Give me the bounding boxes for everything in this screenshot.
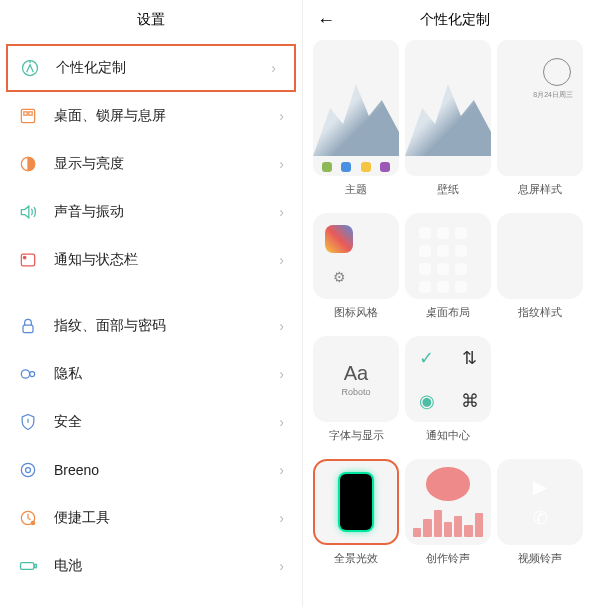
layout-preview: [405, 213, 491, 299]
chevron-right-icon: ›: [279, 462, 284, 478]
tile-label: 息屏样式: [518, 182, 562, 197]
tile-wallpaper[interactable]: 壁纸: [405, 40, 491, 197]
item-breeno[interactable]: Breeno ›: [0, 446, 302, 494]
tile-label: 壁纸: [437, 182, 459, 197]
item-sound[interactable]: 声音与振动 ›: [0, 188, 302, 236]
item-label: 电池: [54, 557, 82, 575]
tile-label: 通知中心: [426, 428, 470, 443]
item-label: 便捷工具: [54, 509, 110, 527]
svg-rect-2: [24, 112, 27, 115]
privacy-icon: [18, 364, 38, 384]
chevron-right-icon: ›: [279, 510, 284, 526]
battery-icon: [18, 556, 38, 576]
tile-theme[interactable]: 主题: [313, 40, 399, 197]
svg-point-9: [30, 372, 35, 377]
chevron-right-icon: ›: [279, 318, 284, 334]
svg-rect-7: [23, 325, 33, 333]
tile-fingerprint[interactable]: 指纹样式: [497, 213, 583, 320]
tile-row-1: 主题 壁纸 8月24日周三 息屏样式: [303, 40, 606, 197]
aod-preview: 8月24日周三: [497, 40, 583, 176]
tile-row-2: ⚙ ✆ ♪ 图标风格 桌面布局 指纹样式: [303, 213, 606, 320]
svg-point-6: [23, 256, 26, 259]
svg-point-8: [21, 370, 29, 378]
item-desktop-lock[interactable]: 桌面、锁屏与息屏 ›: [0, 92, 302, 140]
settings-panel: 设置 个性化定制 › 桌面、锁屏与息屏 › 显示与亮度 › 声音与振动 › 通知…: [0, 0, 303, 607]
svg-rect-14: [21, 563, 34, 570]
svg-point-11: [26, 468, 31, 473]
theme-preview: [313, 40, 399, 176]
video-preview: ▶ ✆: [497, 459, 583, 545]
video-icon: ▶: [533, 476, 547, 498]
call-icon: ✆: [533, 507, 548, 529]
tile-row-3: Aa Roboto 字体与显示 ✓ ⇅ ◉ ⌘ 通知中心: [303, 336, 606, 443]
chevron-right-icon: ›: [279, 156, 284, 172]
item-privacy[interactable]: 隐私 ›: [0, 350, 302, 398]
item-label: 指纹、面部与密码: [54, 317, 166, 335]
personalization-header: ← 个性化定制: [303, 0, 606, 40]
item-security[interactable]: 安全 ›: [0, 398, 302, 446]
font-preview: Aa Roboto: [313, 336, 399, 422]
shield-icon: [18, 412, 38, 432]
tile-label: 指纹样式: [518, 305, 562, 320]
gear-icon: ⚙: [325, 263, 353, 291]
chevron-right-icon: ›: [279, 108, 284, 124]
item-battery[interactable]: 电池 ›: [0, 542, 302, 590]
chevron-right-icon: ›: [279, 366, 284, 382]
item-fingerprint[interactable]: 指纹、面部与密码 ›: [0, 302, 302, 350]
svg-point-10: [21, 463, 34, 476]
wallpaper-preview: [405, 40, 491, 176]
tile-label: 字体与显示: [329, 428, 384, 443]
item-display[interactable]: 显示与亮度 ›: [0, 140, 302, 188]
tile-row-4: 全景光效 创作铃声 ▶ ✆ 视频铃声: [303, 459, 606, 566]
item-label: 隐私: [54, 365, 82, 383]
chevron-right-icon: ›: [279, 204, 284, 220]
personalization-panel: ← 个性化定制 主题 壁纸 8月24日周三 息屏样式 ⚙ ✆ ♪ 图标风格: [303, 0, 606, 607]
tile-label: 主题: [345, 182, 367, 197]
chevron-right-icon: ›: [271, 60, 276, 76]
tile-label: 全景光效: [334, 551, 378, 566]
font-name: Roboto: [341, 387, 370, 397]
statusbar-icon: [18, 250, 38, 270]
back-icon[interactable]: ←: [317, 10, 335, 31]
sound-icon: [18, 202, 38, 222]
item-tools[interactable]: 便捷工具 ›: [0, 494, 302, 542]
tile-notification-center[interactable]: ✓ ⇅ ◉ ⌘ 通知中心: [405, 336, 491, 443]
ring-preview: [405, 459, 491, 545]
tile-iconstyle[interactable]: ⚙ ✆ ♪ 图标风格: [313, 213, 399, 320]
breeno-icon: [18, 460, 38, 480]
chevron-right-icon: ›: [279, 252, 284, 268]
swirl-icon: [325, 225, 353, 253]
svg-rect-15: [35, 564, 37, 567]
tile-layout[interactable]: 桌面布局: [405, 213, 491, 320]
tile-ringtone[interactable]: 创作铃声: [405, 459, 491, 566]
tile-font[interactable]: Aa Roboto 字体与显示: [313, 336, 399, 443]
item-label: 通知与状态栏: [54, 251, 138, 269]
arrows-icon: ⇅: [448, 336, 491, 379]
fingerprint-preview: [497, 213, 583, 299]
font-sample: Aa: [344, 362, 368, 385]
item-label: 显示与亮度: [54, 155, 124, 173]
svg-point-13: [31, 521, 34, 524]
tile-glow[interactable]: 全景光效: [313, 459, 399, 566]
section-divider: [0, 284, 302, 302]
item-personalization[interactable]: 个性化定制 ›: [6, 44, 296, 92]
chevron-right-icon: ›: [279, 414, 284, 430]
svg-rect-5: [21, 254, 34, 266]
item-label: 安全: [54, 413, 82, 431]
record-icon: [426, 467, 470, 501]
settings-header: 设置: [0, 0, 302, 40]
item-label: 声音与振动: [54, 203, 124, 221]
tile-video-ringtone[interactable]: ▶ ✆ 视频铃声: [497, 459, 583, 566]
tile-label: 图标风格: [334, 305, 378, 320]
tile-aod[interactable]: 8月24日周三 息屏样式: [497, 40, 583, 197]
bluetooth-icon: ⌘: [448, 379, 491, 422]
iconstyle-preview: ⚙ ✆ ♪: [313, 213, 399, 299]
item-label: 桌面、锁屏与息屏: [54, 107, 166, 125]
tile-label: 创作铃声: [426, 551, 470, 566]
tile-label: 桌面布局: [426, 305, 470, 320]
personalization-title: 个性化定制: [420, 11, 490, 29]
item-notification[interactable]: 通知与状态栏 ›: [0, 236, 302, 284]
chevron-right-icon: ›: [279, 558, 284, 574]
glow-preview: [313, 459, 399, 545]
lock-icon: [18, 316, 38, 336]
